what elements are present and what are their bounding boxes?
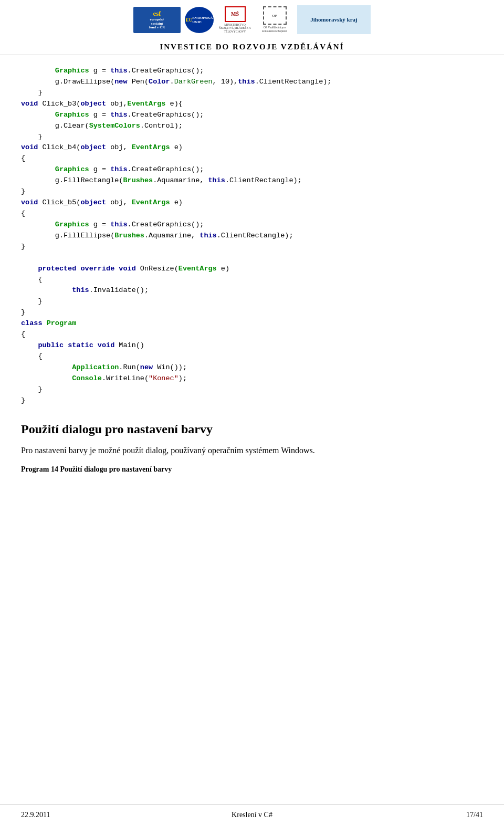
- code-line-23: class Program: [21, 318, 483, 329]
- jihomoravsky-logo: Jihomoravský kraj: [297, 5, 371, 34]
- code-line-7: }: [21, 132, 483, 143]
- code-line-21: }: [21, 296, 483, 307]
- code-line-13: void Click_b5(object obj, EventArgs e): [21, 197, 483, 208]
- code-line-28: Console.WriteLine("Konec");: [21, 373, 483, 384]
- footer-date: 22.9.2011: [21, 811, 175, 819]
- eu-logo: EU EVROPSKÁ UNIE: [185, 7, 214, 33]
- program-label: Program 14 Použití dialogu pro nastavení…: [21, 465, 483, 474]
- code-line-14: {: [21, 208, 483, 220]
- code-line-16: g.FillEllipse(Brushes.Aquamarine, this.C…: [21, 231, 483, 242]
- section-text: Pro nastavení barvy je možné použít dial…: [21, 444, 483, 457]
- header-title: INVESTICE DO ROZVOJE VZDĚLÁVÁNÍ: [10, 43, 494, 51]
- msmt-logo: MŠ MINISTERSTVO ŠKOLSTVÍ, MLÁDEŽE A TĚLO…: [218, 5, 252, 34]
- logo-bar: esf evropský sociální fond v ČR EU EVROP…: [133, 5, 371, 34]
- code-line-2: g.DrawEllipse(new Pen(Color.DarkGreen, 1…: [21, 77, 483, 88]
- code-line-10: Graphics g = this.CreateGraphics();: [21, 164, 483, 175]
- code-line-18: protected override void OnResize(EventAr…: [21, 264, 483, 275]
- code-line-6: g.Clear(SystemColors.Control);: [21, 121, 483, 132]
- code-line-11: g.FillRectangle(Brushes.Aquamarine, this…: [21, 175, 483, 186]
- code-line-24: {: [21, 329, 483, 340]
- page-footer: 22.9.2011 Kreslení v C# 17/41: [0, 804, 504, 825]
- code-line-9: {: [21, 153, 483, 164]
- code-line-3: }: [21, 88, 483, 99]
- page-header: esf evropský sociální fond v ČR EU EVROP…: [0, 0, 504, 55]
- code-line-22: }: [21, 307, 483, 318]
- esf-logo: esf evropský sociální fond v ČR: [133, 7, 181, 33]
- section-heading: Použití dialogu pro nastavení barvy: [21, 422, 483, 436]
- main-content: Graphics g = this.CreateGraphics(); g.Dr…: [0, 55, 504, 505]
- code-line-12: }: [21, 186, 483, 197]
- footer-title: Kreslení v C#: [175, 811, 329, 819]
- code-line-25: public static void Main(): [21, 340, 483, 351]
- footer-page: 17/41: [329, 811, 483, 819]
- code-line-blank: [21, 253, 483, 264]
- code-line-19: {: [21, 275, 483, 286]
- code-line-17: }: [21, 242, 483, 253]
- code-line-26: {: [21, 351, 483, 362]
- op-logo: OP OP Vzdělávání pro konkurenceschopnost: [256, 5, 293, 34]
- code-line-27: Application.Run(new Win());: [21, 362, 483, 373]
- code-line-1: Graphics g = this.CreateGraphics();: [21, 66, 483, 77]
- code-line-8: void Click_b4(object obj, EventArgs e): [21, 142, 483, 153]
- code-line-5: Graphics g = this.CreateGraphics();: [21, 110, 483, 121]
- code-line-20: this.Invalidate();: [21, 285, 483, 296]
- code-line-30: }: [21, 395, 483, 406]
- code-line-4: void Click_b3(object obj,EventArgs e){: [21, 99, 483, 110]
- code-block: Graphics g = this.CreateGraphics(); g.Dr…: [21, 66, 483, 406]
- code-line-15: Graphics g = this.CreateGraphics();: [21, 220, 483, 231]
- code-line-29: }: [21, 384, 483, 395]
